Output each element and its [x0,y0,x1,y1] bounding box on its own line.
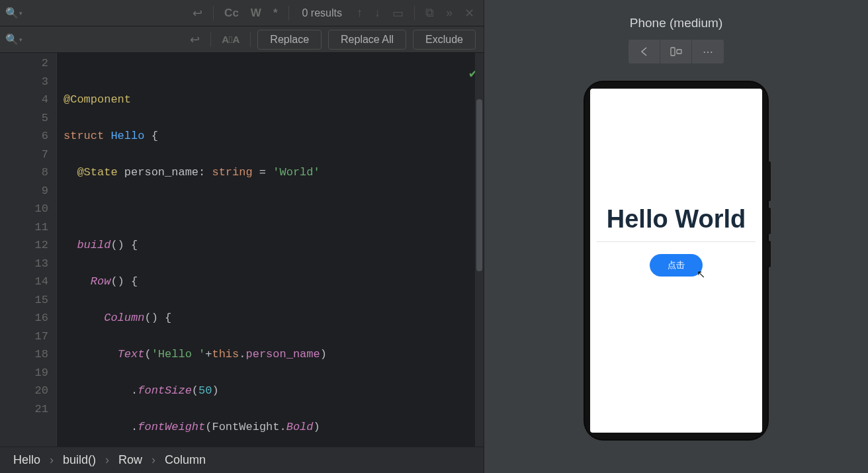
code-token: + [205,348,212,361]
chevron-right-icon: › [50,453,54,467]
code-token: fontSize [138,384,192,397]
line-number: 17 [0,327,48,346]
prev-match-icon[interactable]: ↑ [353,6,367,20]
search-icon[interactable]: 🔍 [5,32,22,47]
code-token: () { [144,312,171,324]
regex-toggle[interactable]: * [269,7,282,20]
breadcrumb-item[interactable]: Hello [13,453,40,467]
code-token: . [131,421,138,433]
scroll-thumb[interactable] [476,99,482,271]
hello-text: Hello World [607,205,746,234]
line-number: 10 [0,200,48,218]
code-token: ( [192,384,198,397]
line-number: 8 [0,163,48,182]
code-token: ( [144,348,151,361]
line-number: 2 [0,54,48,73]
back-icon[interactable] [629,40,660,64]
code-token: person_name [118,166,198,179]
phone-frame: Hello World 点击↖ [585,82,767,439]
line-number: 15 [0,291,48,310]
search-icon[interactable]: 🔍 [5,6,22,21]
code-token: string [212,166,252,179]
chevron-right-icon: › [105,453,109,467]
line-number: 21 [0,400,48,419]
line-number: 19 [0,364,48,382]
code-content[interactable]: ✔ @Component struct Hello { @State perso… [57,53,484,447]
replace-toolbar: 🔍 ↩ A͙A Replace Replace All Exclude [0,26,484,53]
code-token: ( [205,421,212,433]
divider [597,241,756,242]
history-icon[interactable]: ↩ [189,6,206,21]
line-gutter: 2 3 4 5 6 7 8 9 10 11 12 13 14 15 16 17 … [0,53,57,447]
cursor-icon: ↖ [697,268,705,280]
replace-button[interactable]: Replace [257,30,322,50]
code-token: . [239,348,245,361]
line-number: 3 [0,73,48,91]
line-number: 11 [0,218,48,237]
rotate-icon[interactable] [660,40,692,64]
line-number: 20 [0,382,48,400]
preview-title: Phone (medium) [630,16,722,30]
exclude-button[interactable]: Exclude [413,30,476,50]
more-icon[interactable]: ⋯ [692,40,724,64]
breadcrumb-item[interactable]: build() [63,453,96,467]
phone-side-button [767,161,771,201]
preserve-case-icon[interactable]: A͙A [218,34,243,45]
code-token: ) [314,421,320,433]
svg-rect-1 [677,50,681,54]
code-token: ) [320,348,327,361]
line-number: 13 [0,255,48,273]
line-number: 7 [0,146,48,164]
line-number: 5 [0,109,48,128]
line-number: 18 [0,345,48,364]
find-toolbar: 🔍 ↩ Cc W * 0 results ↑ ↓ ▭ ⧉ » ✕ [0,0,484,26]
line-number: 16 [0,309,48,327]
separator [213,6,214,21]
code-token: Bold [286,421,314,433]
preview-panel: Phone (medium) ⋯ Hello World 点击↖ [484,0,868,473]
breadcrumb-item[interactable]: Column [165,453,206,467]
code-token: struct [64,130,104,142]
history-icon[interactable]: ↩ [186,32,204,47]
line-number: 14 [0,273,48,291]
svg-rect-0 [671,48,675,56]
select-all-icon[interactable]: ▭ [388,6,408,21]
code-token: 50 [198,384,212,397]
filter-icon[interactable]: ⧉ [421,6,438,20]
code-token: fontWeight [138,421,205,433]
code-token: this [212,348,239,361]
code-token: person_name [245,348,320,361]
code-token: . [280,421,286,433]
breadcrumb: Hello › build() › Row › Column [0,447,484,473]
phone-screen: Hello World 点击↖ [590,89,762,433]
phone-side-button [767,241,771,267]
words-toggle[interactable]: W [247,7,265,20]
code-token: () { [110,239,138,251]
line-number: 4 [0,91,48,109]
match-case-toggle[interactable]: Cc [220,7,243,20]
code-token: Text [118,348,145,361]
code-token: 'World' [273,166,320,179]
code-token: build [77,239,110,251]
code-token: ) [212,384,218,397]
replace-all-button[interactable]: Replace All [328,30,406,50]
code-token: . [131,384,138,397]
code-token: Row [91,275,111,288]
results-count: 0 results [296,7,349,19]
next-match-icon[interactable]: ↓ [370,6,384,20]
separator [288,6,289,21]
editor-scrollbar[interactable] [475,53,484,447]
separator [414,6,415,21]
breadcrumb-item[interactable]: Row [118,453,142,467]
code-token: 'Hello ' [152,348,206,361]
chevron-right-icon: › [152,453,155,467]
code-token: @Component [64,93,131,106]
code-token: @State [77,166,117,179]
code-token: : [198,166,212,179]
close-icon[interactable]: ✕ [460,6,478,21]
preview-toolbar: ⋯ [629,40,724,64]
code-editor[interactable]: 2 3 4 5 6 7 8 9 10 11 12 13 14 15 16 17 … [0,53,484,447]
more-icon[interactable]: » [442,6,456,20]
click-button[interactable]: 点击↖ [650,254,703,277]
button-label: 点击 [668,260,685,270]
